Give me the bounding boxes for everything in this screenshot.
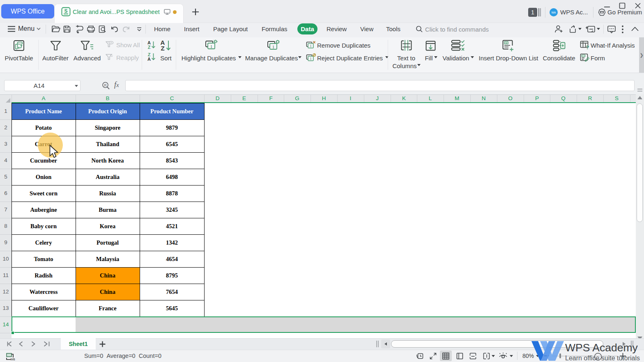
svg-text:Z: Z [161,45,164,52]
svg-text:R: R [104,83,107,87]
svg-text:1: 1 [310,44,312,48]
svg-text:Learn office suite tutorials: Learn office suite tutorials [565,355,640,362]
svg-text:?: ? [586,44,589,50]
svg-text:WB: WB [10,358,15,361]
svg-text:1: 1 [272,44,275,49]
svg-text:S: S [64,8,67,14]
svg-text:Z: Z [148,45,151,50]
svg-text:A: A [147,57,151,62]
svg-text:1: 1 [310,57,312,61]
svg-text:1: 1 [210,44,213,49]
svg-text:WPS Academy: WPS Academy [565,341,638,354]
